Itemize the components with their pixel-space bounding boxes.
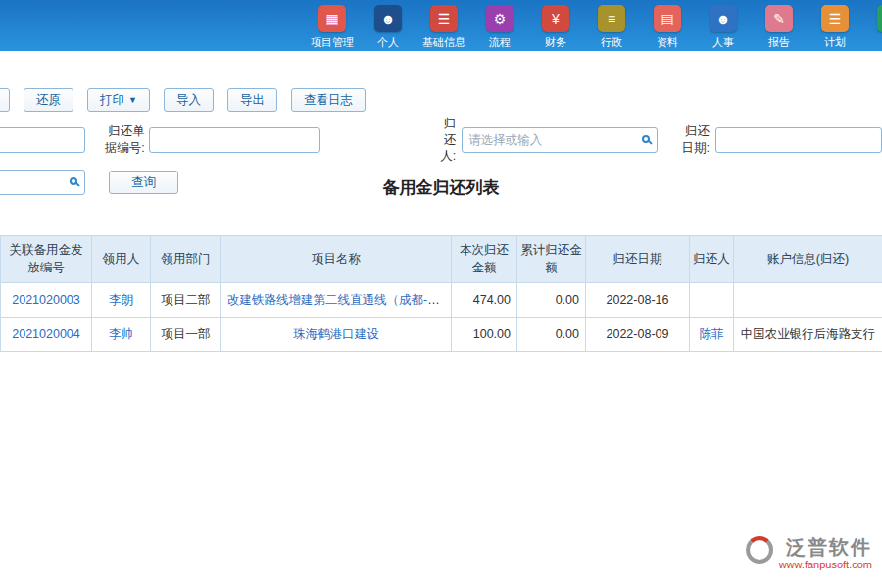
nav-item-personal[interactable]: ☻ 个人 bbox=[364, 5, 413, 50]
nav-label: 基础信息 bbox=[422, 35, 466, 50]
filter-row-2: 查询 备用金归还列表 bbox=[0, 169, 882, 196]
cell-amount: 474.00 bbox=[452, 283, 517, 318]
col-header-dept: 领用部门 bbox=[151, 236, 221, 283]
col-header-total: 累计归还金额 bbox=[517, 236, 586, 283]
return-date-label: 归还日期: bbox=[679, 123, 710, 157]
cell-dept: 项目一部 bbox=[151, 318, 221, 352]
nav-label: 资料 bbox=[657, 35, 678, 50]
document-icon: ▤ bbox=[654, 5, 681, 32]
cut-green-icon: + bbox=[877, 5, 882, 32]
nav-item-basic-info[interactable]: ☰ 基础信息 bbox=[419, 5, 468, 50]
nav-item-workflow[interactable]: ⚙ 流程 bbox=[475, 5, 524, 50]
nav-item-hr[interactable]: ☻ 人事 bbox=[699, 5, 748, 50]
cell-total: 0.00 bbox=[517, 283, 586, 318]
print-button[interactable]: 打印 ▼ bbox=[87, 88, 150, 112]
nav-label: 个人 bbox=[377, 35, 399, 50]
info-list-icon: ☰ bbox=[430, 5, 458, 32]
returner-link[interactable]: 陈菲 bbox=[700, 327, 724, 341]
cell-returner: 陈菲 bbox=[690, 318, 734, 352]
people-icon: ☻ bbox=[710, 5, 737, 32]
cell-related-no: 2021020003 bbox=[1, 283, 92, 318]
import-button[interactable]: 导入 bbox=[164, 88, 214, 112]
return-date-input[interactable] bbox=[715, 127, 882, 153]
chevron-down-icon: ▼ bbox=[128, 95, 137, 105]
nav-item-finance[interactable]: ¥ 财务 bbox=[531, 5, 580, 50]
col-header-account: 账户信息(归还) bbox=[734, 236, 882, 283]
nav-label: 财务 bbox=[545, 35, 566, 50]
recipient-link[interactable]: 李帅 bbox=[109, 327, 133, 341]
cell-account bbox=[734, 283, 882, 318]
search-icon[interactable] bbox=[642, 135, 650, 143]
toolbar: 还原 打印 ▼ 导入 导出 查看日志 bbox=[0, 88, 882, 112]
cell-returner bbox=[690, 283, 734, 318]
plan-icon: ☰ bbox=[821, 5, 849, 32]
brand-site-link[interactable]: www.fanpusoft.com bbox=[779, 559, 872, 570]
cell-project: 珠海鹤港口建设 bbox=[221, 318, 452, 352]
table-header-row: 关联备用金发放编号 领用人 领用部门 项目名称 本次归还金额 累计归还金额 归还… bbox=[1, 236, 882, 283]
cell-date: 2022-08-09 bbox=[586, 318, 690, 352]
nav-item-cut-right[interactable]: + bbox=[866, 5, 882, 35]
col-header-date: 归还日期 bbox=[586, 236, 690, 283]
cut-left-button[interactable] bbox=[0, 88, 10, 112]
related-no-link[interactable]: 2021020004 bbox=[12, 327, 80, 341]
layers-icon: ≡ bbox=[598, 5, 625, 32]
recipient-link[interactable]: 李朗 bbox=[109, 293, 133, 307]
nav-label: 报告 bbox=[768, 35, 790, 50]
nav-item-materials[interactable]: ▤ 资料 bbox=[643, 5, 692, 50]
cell-dept: 项目二部 bbox=[151, 283, 221, 318]
cell-recipient: 李朗 bbox=[92, 283, 151, 318]
view-log-button[interactable]: 查看日志 bbox=[291, 88, 366, 112]
returner-label: 归还人: bbox=[433, 116, 457, 166]
col-header-returner: 归还人 bbox=[690, 236, 734, 283]
money-icon: ¥ bbox=[542, 5, 569, 32]
cell-project: 改建铁路线增建第二线直通线（成都-西... bbox=[221, 283, 452, 318]
export-button[interactable]: 导出 bbox=[227, 88, 277, 112]
nav-item-administration[interactable]: ≡ 行政 bbox=[587, 5, 636, 50]
nav-label: 人事 bbox=[712, 35, 734, 50]
nav-label: 流程 bbox=[489, 35, 511, 50]
filter-row-1: 归还单据编号: 归还人: 归还日期: bbox=[0, 126, 882, 154]
cell-amount: 100.00 bbox=[452, 318, 517, 352]
table-row: 2021020003 李朗 项目二部 改建铁路线增建第二线直通线（成都-西...… bbox=[1, 283, 882, 318]
cell-related-no: 2021020004 bbox=[1, 318, 92, 352]
cell-total: 0.00 bbox=[517, 318, 586, 352]
person-icon: ☻ bbox=[374, 5, 402, 32]
page: ▦ 项目管理 ☻ 个人 ☰ 基础信息 ⚙ 流程 ¥ 财务 ≡ 行政 bbox=[0, 0, 882, 588]
nav-label: 项目管理 bbox=[311, 35, 354, 50]
cell-account: 中国农业银行后海路支行 bbox=[734, 318, 882, 352]
report-icon: ✎ bbox=[765, 5, 793, 32]
nav-label: 计划 bbox=[824, 35, 846, 50]
vendor-brand: 泛普软件 www.fanpusoft.com bbox=[746, 536, 872, 570]
col-header-amount: 本次归还金额 bbox=[452, 236, 517, 283]
top-nav-bar: ▦ 项目管理 ☻ 个人 ☰ 基础信息 ⚙ 流程 ¥ 财务 ≡ 行政 bbox=[0, 0, 882, 51]
col-header-recipient: 领用人 bbox=[92, 236, 151, 283]
cell-recipient: 李帅 bbox=[92, 318, 151, 352]
nav-label: 行政 bbox=[601, 35, 622, 50]
nav-item-report[interactable]: ✎ 报告 bbox=[755, 5, 804, 50]
related-no-link[interactable]: 2021020003 bbox=[12, 293, 80, 307]
col-header-project: 项目名称 bbox=[221, 236, 452, 283]
col-header-related-no: 关联备用金发放编号 bbox=[1, 236, 92, 283]
return-list-table: 关联备用金发放编号 领用人 领用部门 项目名称 本次归还金额 累计归还金额 归还… bbox=[0, 235, 882, 352]
project-link[interactable]: 改建铁路线增建第二线直通线（成都-西... bbox=[227, 293, 450, 307]
nav-item-project-management[interactable]: ▦ 项目管理 bbox=[308, 5, 357, 50]
returner-input[interactable] bbox=[462, 127, 658, 153]
table-row: 2021020004 李帅 项目一部 珠海鹤港口建设 100.00 0.00 2… bbox=[1, 318, 882, 352]
cell-date: 2022-08-16 bbox=[586, 283, 690, 318]
flow-icon: ⚙ bbox=[486, 5, 514, 32]
cut-left-input[interactable] bbox=[0, 127, 85, 153]
restore-button[interactable]: 还原 bbox=[24, 88, 74, 112]
fanpu-logo-icon bbox=[746, 536, 773, 564]
doc-no-label: 归还单据编号: bbox=[97, 123, 145, 157]
nav-items: ▦ 项目管理 ☻ 个人 ☰ 基础信息 ⚙ 流程 ¥ 财务 ≡ 行政 bbox=[308, 1, 882, 50]
print-button-label: 打印 bbox=[100, 92, 124, 109]
page-title: 备用金归还列表 bbox=[0, 176, 882, 199]
doc-no-input[interactable] bbox=[149, 127, 320, 153]
brand-name: 泛普软件 bbox=[786, 536, 872, 558]
grid-icon: ▦ bbox=[318, 5, 346, 32]
nav-item-plan[interactable]: ☰ 计划 bbox=[810, 5, 859, 50]
project-link[interactable]: 珠海鹤港口建设 bbox=[293, 327, 379, 341]
